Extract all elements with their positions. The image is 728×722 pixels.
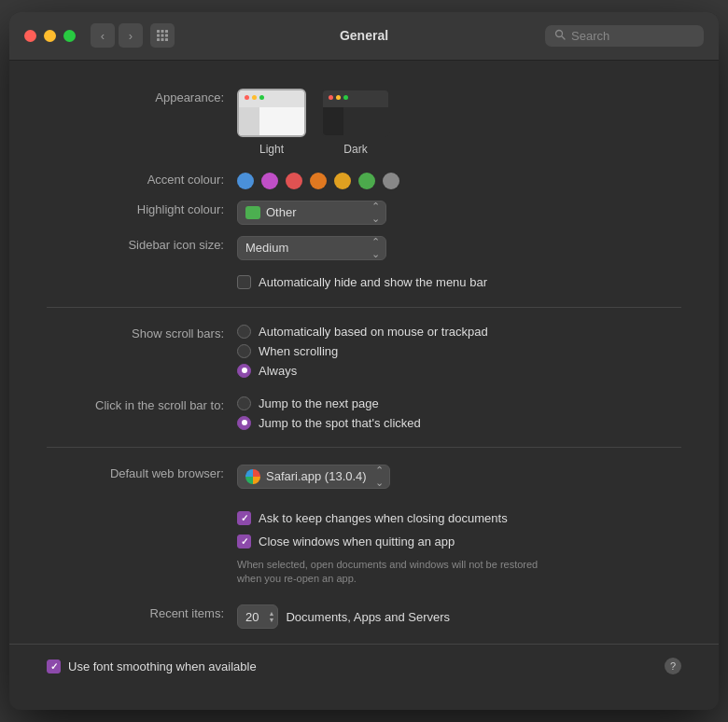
scroll-always-radio[interactable] [237, 364, 251, 378]
browser-value: Safari.app (13.0.4) [266, 469, 367, 483]
click-next-page-radio[interactable] [237, 396, 251, 410]
light-thumb [237, 89, 306, 137]
recent-items-stepper[interactable]: ▲ ▼ [269, 610, 275, 623]
menubar-checkbox[interactable] [237, 275, 251, 289]
svg-rect-8 [165, 38, 168, 41]
accent-green[interactable] [358, 173, 375, 189]
scroll-auto-radio[interactable] [237, 325, 251, 339]
accent-purple[interactable] [261, 173, 278, 189]
search-box[interactable] [545, 25, 704, 47]
browser-dropdown[interactable]: Safari.app (13.0.4) ⌃⌄ [237, 465, 390, 489]
recent-items-dropdown[interactable]: 20 ▲ ▼ [237, 604, 278, 629]
browser-content: Safari.app (13.0.4) ⌃⌄ [237, 465, 681, 489]
click-spot-radio[interactable] [237, 416, 251, 430]
highlight-dropdown-wrap: Other ⌃⌄ [237, 201, 681, 225]
appearance-dark[interactable]: Dark [321, 89, 390, 156]
close-windows-checkbox-label: Close windows when quitting an app [259, 535, 455, 548]
click-scroll-options: Jump to the next page Jump to the spot t… [237, 396, 421, 430]
scroll-scrolling-row: When scrolling [237, 344, 488, 358]
recent-items-row: Recent items: 20 ▲ ▼ Documents, Apps and… [9, 599, 719, 634]
accent-red[interactable] [286, 173, 302, 189]
dark-label: Dark [343, 143, 367, 156]
maximize-button[interactable] [63, 30, 76, 42]
close-windows-checkbox[interactable] [237, 535, 251, 548]
appearance-label: Appearance: [47, 89, 224, 104]
keep-changes-row: Ask to keep changes when closing documen… [9, 502, 719, 592]
forward-button[interactable]: › [119, 23, 143, 48]
font-smoothing-row: Use font smoothing when available ? [9, 644, 719, 687]
scroll-bars-options: Automatically based on mouse or trackpad… [237, 325, 488, 378]
highlight-colour-dropdown[interactable]: Other ⌃⌄ [237, 201, 386, 225]
scroll-auto-label: Automatically based on mouse or trackpad [259, 325, 488, 339]
svg-rect-4 [161, 35, 164, 37]
scroll-scrolling-radio[interactable] [237, 344, 251, 358]
highlight-colour-row: Highlight colour: Other ⌃⌄ [9, 195, 719, 230]
scroll-bars-section: Show scroll bars: Automatically based on… [9, 319, 719, 383]
click-spot-row: Jump to the spot that's clicked [237, 416, 421, 430]
accent-color-list [237, 171, 399, 189]
scroll-always-row: Always [237, 364, 488, 378]
appearance-row: Appearance: [9, 83, 719, 161]
titlebar: ‹ › General [9, 12, 719, 61]
browser-dropdown-arrow-icon: ⌃⌄ [375, 465, 384, 489]
highlight-swatch [245, 206, 260, 219]
scroll-always-label: Always [259, 364, 297, 378]
click-scroll-section: Click in the scroll bar to: Jump to the … [9, 391, 719, 436]
click-next-page-label: Jump to the next page [259, 396, 379, 410]
click-next-page-row: Jump to the next page [237, 396, 421, 410]
search-input[interactable] [571, 29, 694, 43]
window-title: General [340, 28, 388, 43]
svg-rect-3 [157, 35, 160, 37]
recent-items-label: Recent items: [47, 604, 224, 620]
recent-items-value: 20 [245, 610, 259, 624]
minimize-button[interactable] [44, 30, 56, 42]
grid-button[interactable] [150, 23, 175, 48]
divider-1 [47, 307, 681, 308]
light-label: Light [259, 143, 284, 156]
help-button[interactable]: ? [665, 658, 681, 674]
menubar-label [47, 271, 224, 273]
accent-colour-row: Accent colour: [9, 165, 719, 195]
svg-line-10 [562, 36, 565, 39]
sidebar-icon-size-row: Sidebar icon size: Medium ⌃⌄ [9, 230, 719, 266]
close-button[interactable] [24, 30, 36, 42]
font-smoothing-checkbox[interactable] [47, 660, 61, 673]
scroll-auto-row: Automatically based on mouse or trackpad [237, 325, 488, 339]
keep-changes-label-spacer [47, 507, 224, 509]
sidebar-icon-dropdown-wrap: Medium ⌃⌄ [237, 236, 681, 260]
stepper-down-icon: ▼ [269, 617, 275, 623]
menubar-checkbox-label: Automatically hide and show the menu bar [259, 275, 487, 289]
settings-content: Appearance: [9, 61, 719, 711]
scroll-scrolling-label: When scrolling [259, 344, 338, 358]
accent-colour-label: Accent colour: [47, 171, 224, 187]
menubar-row: Automatically hide and show the menu bar [9, 266, 719, 296]
highlight-colour-label: Highlight colour: [47, 201, 224, 216]
svg-rect-6 [157, 38, 160, 41]
menubar-content: Automatically hide and show the menu bar [237, 271, 681, 289]
recent-items-content: 20 ▲ ▼ Documents, Apps and Servers [237, 604, 681, 629]
accent-graphite[interactable] [383, 173, 399, 189]
scroll-bars-label: Show scroll bars: [47, 325, 224, 378]
search-icon [554, 29, 566, 43]
svg-rect-2 [165, 30, 168, 33]
accent-blue[interactable] [237, 173, 254, 189]
accent-orange[interactable] [310, 173, 327, 189]
click-spot-label: Jump to the spot that's clicked [259, 416, 421, 430]
keep-changes-checkbox-label: Ask to keep changes when closing documen… [259, 511, 508, 525]
sidebar-icon-size-dropdown[interactable]: Medium ⌃⌄ [237, 236, 386, 260]
accent-yellow[interactable] [334, 173, 351, 189]
close-windows-checkbox-row: Close windows when quitting an app [237, 535, 455, 548]
back-button[interactable]: ‹ [91, 23, 115, 48]
keep-changes-content: Ask to keep changes when closing documen… [237, 507, 681, 587]
svg-rect-5 [165, 35, 168, 37]
dark-thumb [321, 89, 390, 137]
appearance-light[interactable]: Light [237, 89, 306, 156]
dropdown-arrow-icon: ⌃⌄ [371, 201, 380, 225]
svg-rect-1 [161, 30, 164, 33]
sidebar-icon-size-value: Medium [245, 241, 288, 255]
stepper-up-icon: ▲ [269, 610, 275, 617]
accent-colours [237, 171, 681, 189]
keep-changes-checkbox[interactable] [237, 511, 251, 525]
recent-items-suffix: Documents, Apps and Servers [286, 610, 450, 624]
close-windows-note: When selected, open documents and window… [237, 558, 554, 587]
